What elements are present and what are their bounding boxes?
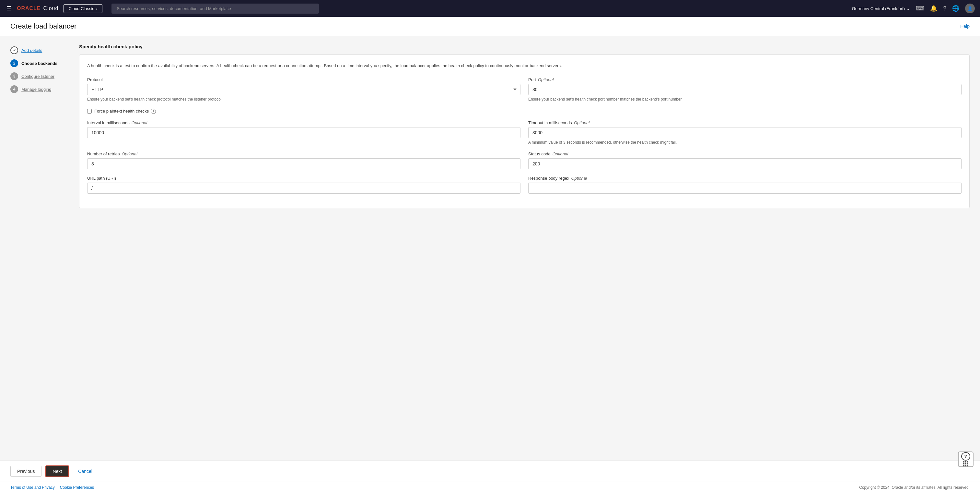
force-plaintext-row: Force plaintext health checks i <box>87 108 961 114</box>
url-path-label: URL path (URI) <box>87 176 520 181</box>
cloud-text: Cloud <box>43 5 59 11</box>
cloud-classic-arrow: › <box>96 6 97 11</box>
region-selector[interactable]: Germany Central (Frankfurt) ⌄ <box>852 6 910 11</box>
status-code-group: Status code Optional <box>528 152 961 169</box>
timeout-hint: A minimum value of 3 seconds is recommen… <box>528 140 961 145</box>
terms-link[interactable]: Terms of Use and Privacy <box>10 485 55 490</box>
force-plaintext-info-icon[interactable]: i <box>151 108 156 114</box>
oracle-logo: ORACLE Cloud <box>17 5 58 11</box>
step-3-configure-listener[interactable]: 3 Configure listener <box>10 70 69 83</box>
step-1-circle <box>10 46 18 54</box>
nav-right: Germany Central (Frankfurt) ⌄ ⌨ 🔔 ? 🌐 👤 <box>852 3 975 13</box>
main-layout: Add details 2 Choose backends 3 Configur… <box>0 36 980 461</box>
help-fab-dots-icon <box>963 461 968 466</box>
step-2-circle: 2 <box>10 59 18 67</box>
steps-sidebar: Add details 2 Choose backends 3 Configur… <box>10 44 69 453</box>
interval-timeout-row: Interval in milliseconds Optional Timeou… <box>87 120 961 145</box>
port-input[interactable] <box>528 84 961 95</box>
bell-icon[interactable]: 🔔 <box>930 5 937 12</box>
cancel-button[interactable]: Cancel <box>73 466 97 477</box>
avatar-icon[interactable]: 👤 <box>965 3 975 13</box>
help-fab-ring-icon: ? <box>961 452 970 461</box>
retries-group: Number of retries Optional <box>87 152 520 169</box>
step-2-label: Choose backends <box>21 61 57 66</box>
page-title: Create load balancer <box>10 22 76 30</box>
previous-button[interactable]: Previous <box>10 466 41 477</box>
url-regex-row: URL path (URI) Response body regex Optio… <box>87 176 961 194</box>
main-content: Specify health check policy A health che… <box>79 44 970 453</box>
cookie-link[interactable]: Cookie Preferences <box>60 485 94 490</box>
timeout-label: Timeout in milliseconds Optional <box>528 120 961 125</box>
help-fab-button[interactable]: ? <box>958 452 974 467</box>
interval-input[interactable] <box>87 127 520 138</box>
help-icon[interactable]: ? <box>943 5 946 12</box>
timeout-group: Timeout in milliseconds Optional A minim… <box>528 120 961 145</box>
step-3-label: Configure listener <box>21 74 54 79</box>
protocol-port-row: Protocol HTTP HTTPS TCP Ensure your back… <box>87 77 961 102</box>
retries-input[interactable] <box>87 158 520 169</box>
retries-label: Number of retries Optional <box>87 152 520 156</box>
search-container <box>111 3 319 14</box>
globe-icon[interactable]: 🌐 <box>952 5 959 12</box>
code-icon[interactable]: ⌨ <box>916 5 924 12</box>
port-hint: Ensure your backend set's health check p… <box>528 97 961 102</box>
step-4-circle: 4 <box>10 85 18 93</box>
top-navigation: ☰ ORACLE Cloud Cloud Classic › Germany C… <box>0 0 980 17</box>
bottom-action-bar: Previous Next Cancel <box>0 461 980 482</box>
step-2-choose-backends: 2 Choose backends <box>10 57 69 70</box>
cloud-classic-button[interactable]: Cloud Classic › <box>64 4 102 13</box>
step-1-add-details[interactable]: Add details <box>10 44 69 57</box>
timeout-input[interactable] <box>528 127 961 138</box>
protocol-select[interactable]: HTTP HTTPS TCP <box>87 84 520 95</box>
retries-status-row: Number of retries Optional Status code O… <box>87 152 961 169</box>
info-text: A health check is a test to confirm the … <box>87 62 961 69</box>
footer-links: Terms of Use and Privacy Cookie Preferen… <box>10 485 94 490</box>
response-regex-input[interactable] <box>528 183 961 194</box>
protocol-hint: Ensure your backend set's health check p… <box>87 97 520 102</box>
response-regex-group: Response body regex Optional <box>528 176 961 194</box>
port-label: Port Optional <box>528 77 961 82</box>
cloud-classic-label: Cloud Classic <box>68 6 94 11</box>
section-title: Specify health check policy <box>79 44 970 49</box>
hamburger-icon[interactable]: ☰ <box>5 3 13 13</box>
protocol-group: Protocol HTTP HTTPS TCP Ensure your back… <box>87 77 520 102</box>
oracle-text: ORACLE <box>17 5 41 11</box>
search-input[interactable] <box>111 3 319 14</box>
help-link[interactable]: Help <box>960 24 970 29</box>
interval-label: Interval in milliseconds Optional <box>87 120 520 125</box>
health-check-form: A health check is a test to confirm the … <box>79 54 970 208</box>
next-button[interactable]: Next <box>45 466 69 477</box>
step-4-label: Manage logging <box>21 87 51 92</box>
url-path-input[interactable] <box>87 183 520 194</box>
port-group: Port Optional Ensure your backend set's … <box>528 77 961 102</box>
response-regex-label: Response body regex Optional <box>528 176 961 181</box>
status-code-label: Status code Optional <box>528 152 961 156</box>
interval-group: Interval in milliseconds Optional <box>87 120 520 145</box>
step-3-circle: 3 <box>10 72 18 80</box>
step-4-manage-logging[interactable]: 4 Manage logging <box>10 83 69 96</box>
protocol-label: Protocol <box>87 77 520 82</box>
step-1-label: Add details <box>21 48 42 53</box>
copyright-text: Copyright © 2024, Oracle and/or its affi… <box>859 485 970 490</box>
force-plaintext-checkbox[interactable] <box>87 109 92 113</box>
status-code-input[interactable] <box>528 158 961 169</box>
page-header: Create load balancer Help <box>0 17 980 36</box>
region-chevron-icon: ⌄ <box>907 6 910 11</box>
page-footer: Terms of Use and Privacy Cookie Preferen… <box>0 482 980 493</box>
url-path-group: URL path (URI) <box>87 176 520 194</box>
region-label: Germany Central (Frankfurt) <box>852 6 905 11</box>
force-plaintext-label: Force plaintext health checks i <box>94 108 156 114</box>
